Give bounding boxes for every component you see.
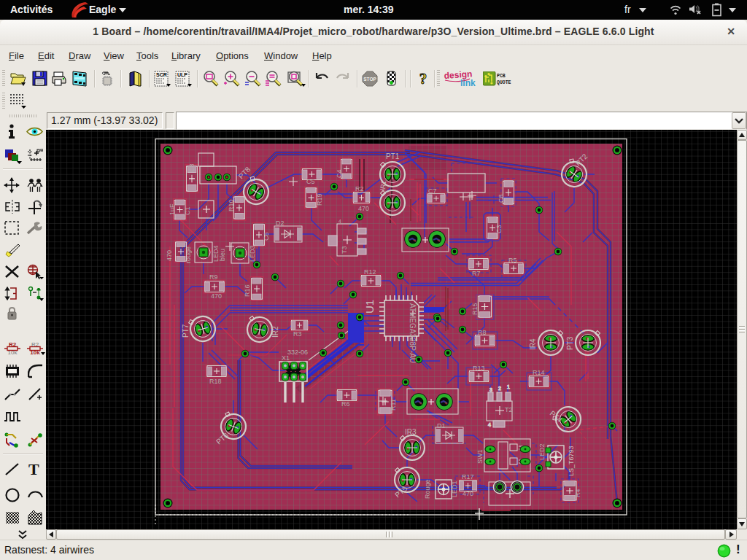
svg-text:PT7: PT7 — [182, 324, 190, 338]
svg-text:4: 4 — [488, 422, 491, 427]
svg-text:R6: R6 — [341, 400, 350, 408]
svg-text:R15: R15 — [471, 303, 479, 315]
svg-text:LED3: LED3 — [249, 245, 256, 262]
svg-text:Rouge: Rouge — [424, 479, 431, 499]
svg-text:1: 1 — [507, 384, 510, 389]
svg-text:IR2: IR2 — [271, 326, 279, 338]
svg-text:R12: R12 — [364, 268, 376, 276]
svg-text:SW1: SW1 — [476, 449, 484, 464]
svg-text:ATMEGA328P-AU: ATMEGA328P-AU — [409, 303, 417, 363]
svg-text:PT3: PT3 — [566, 336, 574, 350]
svg-text:U1: U1 — [363, 300, 376, 314]
svg-text:R14: R14 — [533, 369, 545, 376]
svg-text:R8: R8 — [478, 329, 487, 336]
svg-text:IR4: IR4 — [529, 338, 537, 350]
svg-text:R11: R11 — [390, 399, 397, 411]
svg-text:PT1: PT1 — [386, 152, 400, 160]
svg-text:R3: R3 — [293, 330, 302, 338]
svg-text:X1: X1 — [282, 354, 290, 362]
svg-text:C8: C8 — [498, 194, 505, 203]
svg-text:link: link — [460, 78, 476, 88]
svg-text:C5: C5 — [306, 178, 315, 185]
svg-text:R7: R7 — [472, 270, 481, 277]
svg-text:LED2: LED2 — [538, 443, 546, 460]
svg-text:R10: R10 — [228, 199, 235, 211]
svg-text:C1: C1 — [184, 206, 191, 215]
svg-text:C8: C8 — [188, 163, 196, 172]
svg-text:T2: T2 — [505, 406, 513, 413]
svg-text:R2: R2 — [355, 185, 364, 192]
svg-text:C3: C3 — [495, 225, 503, 233]
svg-text:332-06: 332-06 — [287, 349, 308, 356]
svg-text:R4: R4 — [574, 489, 581, 497]
svg-text:PCB: PCB — [497, 74, 506, 79]
svg-text:C4: C4 — [336, 169, 343, 178]
svg-text:D2: D2 — [276, 219, 285, 227]
svg-text:rouge: rouge — [185, 246, 192, 263]
svg-text:bleu: bleu — [219, 249, 226, 261]
svg-text:T3: T3 — [341, 246, 348, 254]
svg-text:2: 2 — [498, 386, 501, 391]
svg-text:470: 470 — [462, 490, 473, 497]
svg-text:R19: R19 — [316, 193, 323, 206]
svg-text:C7: C7 — [428, 187, 437, 195]
svg-text:R13: R13 — [473, 365, 485, 372]
svg-text:LS_T6793: LS_T6793 — [568, 446, 575, 476]
svg-text:LED1: LED1 — [451, 481, 458, 497]
svg-text:?: ? — [419, 71, 427, 87]
svg-text:QUOTE: QUOTE — [497, 80, 511, 85]
svg-text:IR3: IR3 — [405, 428, 417, 436]
svg-text:4: 4 — [338, 219, 341, 224]
svg-text:STOP: STOP — [363, 77, 376, 82]
svg-text:R9: R9 — [209, 273, 218, 281]
svg-text:R5: R5 — [508, 257, 517, 264]
svg-text:3: 3 — [489, 387, 492, 392]
svg-text:ULP: ULP — [177, 72, 187, 77]
svg-text:SCR: SCR — [156, 72, 167, 77]
svg-text:R16: R16 — [244, 284, 251, 297]
svg-text:R18: R18 — [209, 378, 222, 385]
svg-text:D1: D1 — [437, 422, 446, 429]
svg-text:1uF: 1uF — [169, 203, 176, 215]
svg-text:470: 470 — [166, 250, 173, 261]
svg-text:C6: C6 — [263, 232, 270, 241]
svg-text:470: 470 — [358, 205, 369, 212]
svg-text:R17: R17 — [462, 473, 474, 481]
svg-text:470: 470 — [211, 292, 222, 300]
